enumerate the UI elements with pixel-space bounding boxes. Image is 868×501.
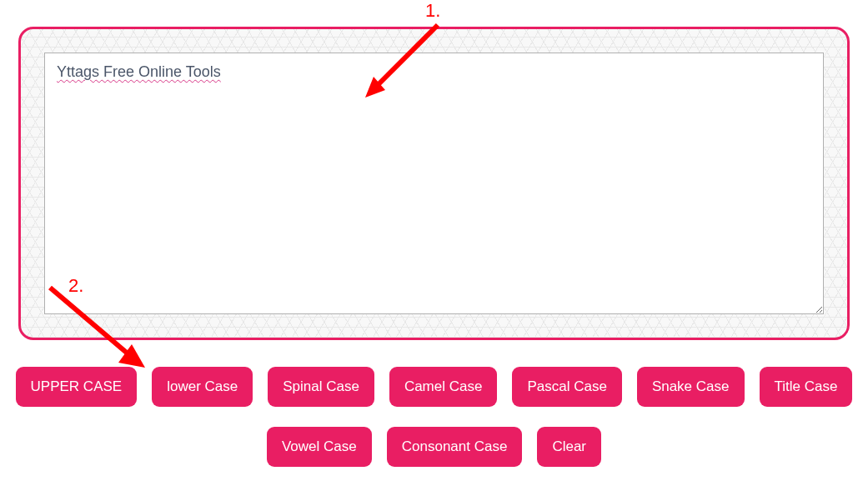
camel-case-button[interactable]: Camel Case xyxy=(389,367,498,407)
annotation-label-2: 2. xyxy=(68,275,83,297)
button-row-1: UPPER CASE lower Case Spinal Case Camel … xyxy=(0,367,868,407)
spinal-case-button[interactable]: Spinal Case xyxy=(268,367,374,407)
vowel-case-button[interactable]: Vowel Case xyxy=(267,427,372,467)
button-row-2: Vowel Case Consonant Case Clear xyxy=(0,427,868,467)
text-input[interactable] xyxy=(44,53,824,314)
clear-button[interactable]: Clear xyxy=(537,427,601,467)
pascal-case-button[interactable]: Pascal Case xyxy=(512,367,621,407)
annotation-label-1: 1. xyxy=(425,0,440,22)
lower-case-button[interactable]: lower Case xyxy=(152,367,253,407)
snake-case-button[interactable]: Snake Case xyxy=(637,367,745,407)
title-case-button[interactable]: Title Case xyxy=(760,367,853,407)
input-panel xyxy=(18,27,850,340)
upper-case-button[interactable]: UPPER CASE xyxy=(16,367,138,407)
consonant-case-button[interactable]: Consonant Case xyxy=(387,427,523,467)
svg-marker-3 xyxy=(118,344,145,368)
